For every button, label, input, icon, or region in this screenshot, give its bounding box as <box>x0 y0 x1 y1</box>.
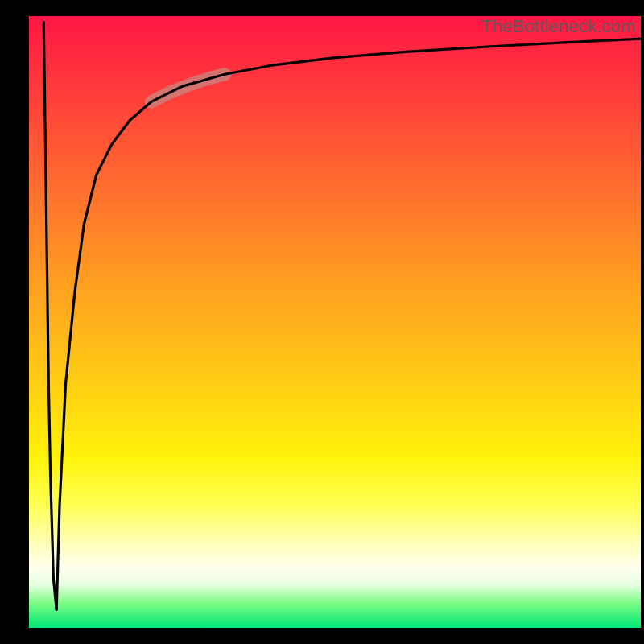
series-path-1 <box>56 39 641 609</box>
chart-svg <box>29 16 641 628</box>
chart-frame: TheBottleneck.com <box>0 0 644 644</box>
series-path-0 <box>43 23 56 610</box>
plot-area: TheBottleneck.com <box>29 16 641 628</box>
data-series <box>43 23 641 610</box>
